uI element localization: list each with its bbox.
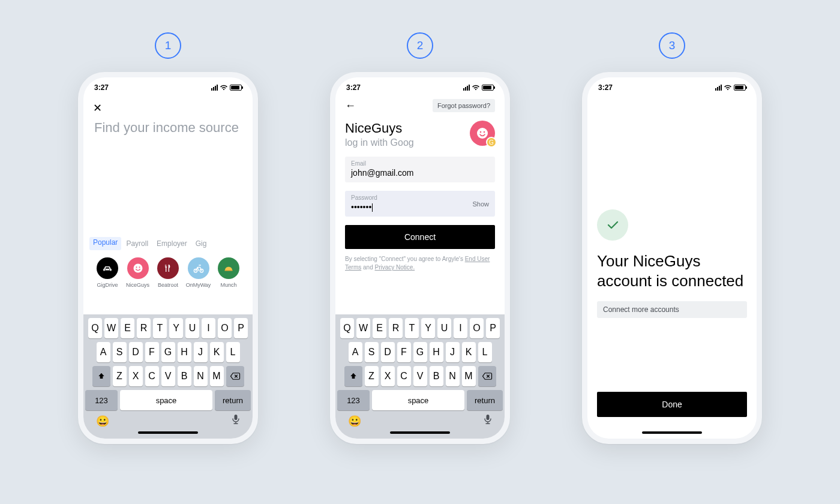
status-bar: 3:27 (83, 77, 253, 98)
privacy-notice-link[interactable]: Privacy Notice. (374, 264, 415, 271)
brand-title: NiceGuys (345, 121, 414, 136)
emoji-icon[interactable]: 😀 (348, 415, 361, 428)
key-k[interactable]: K (462, 342, 476, 362)
shift-key[interactable] (92, 366, 110, 386)
key-h[interactable]: H (430, 342, 443, 362)
key-a[interactable]: A (97, 342, 110, 362)
key-f[interactable]: F (397, 342, 411, 362)
emoji-icon[interactable]: 😀 (96, 415, 109, 428)
provider-label: OnMyWay (186, 282, 211, 288)
key-l[interactable]: L (478, 342, 492, 362)
key-y[interactable]: Y (421, 318, 435, 338)
key-v[interactable]: V (161, 366, 175, 386)
key-y[interactable]: Y (169, 318, 183, 338)
provider-munch[interactable]: Munch (214, 257, 243, 288)
key-b[interactable]: B (430, 366, 443, 386)
phone-3: 3:27 Your NiceGuys account is connected … (582, 72, 762, 444)
email-label: Email (351, 160, 489, 167)
legal-text: By selecting "Connect" you agree to Argy… (345, 255, 495, 272)
return-key[interactable]: return (215, 390, 251, 410)
status-bar: 3:27 (587, 77, 757, 98)
provider-gigdrive[interactable]: GigDrive (93, 257, 122, 288)
email-field[interactable]: Email john@gmail.com (345, 157, 495, 182)
shift-key[interactable] (344, 366, 362, 386)
key-l[interactable]: L (226, 342, 240, 362)
space-key[interactable]: space (120, 390, 212, 410)
key-e[interactable]: E (121, 318, 134, 338)
key-c[interactable]: C (397, 366, 411, 386)
key-m[interactable]: M (462, 366, 476, 386)
provider-beatroot[interactable]: Beatroot (154, 257, 182, 288)
done-button[interactable]: Done (597, 392, 747, 417)
key-b[interactable]: B (178, 366, 191, 386)
tab-popular[interactable]: Popular (89, 237, 121, 250)
key-n[interactable]: N (194, 366, 208, 386)
key-n[interactable]: N (446, 366, 460, 386)
svg-point-7 (477, 128, 488, 139)
close-icon[interactable]: ✕ (93, 102, 102, 114)
key-r[interactable]: R (389, 318, 403, 338)
key-o[interactable]: O (218, 318, 232, 338)
step-badge-1: 1 (155, 32, 181, 59)
key-e[interactable]: E (373, 318, 386, 338)
keyboard[interactable]: QWERTYUIOP ASDFGHJKL ZXCVBNM 123 space r… (335, 314, 505, 439)
search-input[interactable] (93, 119, 243, 136)
numbers-key[interactable]: 123 (337, 390, 370, 410)
mic-icon[interactable] (232, 414, 240, 428)
key-s[interactable]: S (113, 342, 127, 362)
key-x[interactable]: X (381, 366, 395, 386)
key-z[interactable]: Z (365, 366, 379, 386)
provider-onmyway[interactable]: OnMyWay (184, 257, 213, 288)
key-u[interactable]: U (437, 318, 451, 338)
key-z[interactable]: Z (113, 366, 127, 386)
key-f[interactable]: F (145, 342, 159, 362)
key-c[interactable]: C (145, 366, 159, 386)
key-w[interactable]: W (104, 318, 118, 338)
back-icon[interactable]: ← (345, 100, 356, 112)
backspace-key[interactable] (478, 366, 496, 386)
key-g[interactable]: G (161, 342, 175, 362)
key-u[interactable]: U (185, 318, 199, 338)
key-j[interactable]: J (446, 342, 460, 362)
password-field[interactable]: Password ••••••• Show (345, 191, 495, 217)
key-o[interactable]: O (470, 318, 484, 338)
return-key[interactable]: return (467, 390, 503, 410)
key-k[interactable]: K (210, 342, 224, 362)
key-i[interactable]: I (454, 318, 467, 338)
key-w[interactable]: W (356, 318, 370, 338)
show-password-button[interactable]: Show (472, 200, 489, 208)
forgot-password-button[interactable]: Forgot password? (433, 99, 495, 112)
key-p[interactable]: P (234, 318, 248, 338)
key-q[interactable]: Q (88, 318, 102, 338)
car-icon (97, 257, 118, 279)
key-h[interactable]: H (178, 342, 191, 362)
key-g[interactable]: G (413, 342, 427, 362)
key-d[interactable]: D (129, 342, 143, 362)
backspace-key[interactable] (226, 366, 244, 386)
keyboard[interactable]: QWERTYUIOP ASDFGHJKL ZXCVBNM 123 space r… (83, 314, 253, 439)
key-s[interactable]: S (365, 342, 379, 362)
key-x[interactable]: X (129, 366, 143, 386)
key-p[interactable]: P (486, 318, 500, 338)
key-a[interactable]: A (349, 342, 362, 362)
key-m[interactable]: M (210, 366, 224, 386)
provider-niceguys[interactable]: NiceGuys (124, 257, 152, 288)
password-label: Password (351, 194, 489, 201)
key-r[interactable]: R (137, 318, 151, 338)
mic-icon[interactable] (484, 414, 492, 428)
key-i[interactable]: I (202, 318, 215, 338)
key-v[interactable]: V (413, 366, 427, 386)
svg-point-9 (484, 131, 485, 133)
numbers-key[interactable]: 123 (85, 390, 118, 410)
tab-employer[interactable]: Employer (157, 238, 187, 249)
tab-gig[interactable]: Gig (196, 238, 207, 249)
key-j[interactable]: J (194, 342, 208, 362)
key-t[interactable]: T (153, 318, 167, 338)
key-q[interactable]: Q (340, 318, 354, 338)
key-d[interactable]: D (381, 342, 395, 362)
space-key[interactable]: space (372, 390, 464, 410)
connect-more-button[interactable]: Connect more accounts (597, 301, 747, 318)
tab-payroll[interactable]: Payroll (126, 238, 148, 249)
key-t[interactable]: T (405, 318, 419, 338)
connect-button[interactable]: Connect (345, 225, 495, 249)
